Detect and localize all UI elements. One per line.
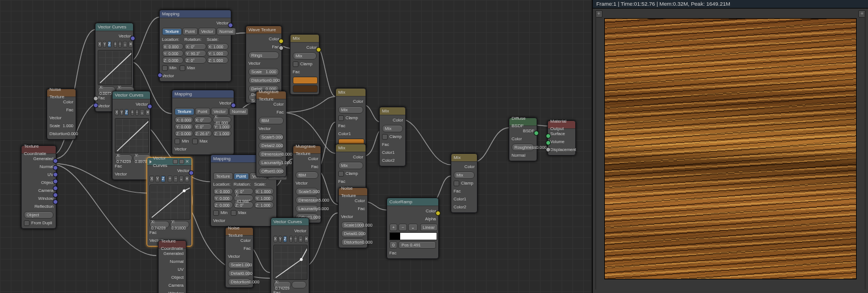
- curve-tools-btn[interactable]: ⌄: [123, 41, 127, 48]
- node-title: Mapping: [175, 90, 192, 98]
- object-field[interactable]: Object: [24, 211, 53, 219]
- min-check[interactable]: [162, 65, 168, 71]
- node-noise-texture-3[interactable]: Noise Texture Color Fac Vector Scale1000…: [338, 187, 368, 248]
- node-title: Vector Curves: [98, 23, 126, 31]
- curve-editor[interactable]: [115, 118, 149, 153]
- node-vector-curves-4[interactable]: Vector Curves Vector XYZ+−⌄✕ X: 0.74209 …: [271, 217, 309, 293]
- node-mix-5[interactable]: Mix Color Mix Clamp Fac Color1 Color2: [451, 153, 477, 213]
- right-scroll[interactable]: [865, 11, 866, 290]
- svg-point-0: [183, 190, 186, 192]
- max-check[interactable]: [180, 65, 185, 71]
- zoom-out-btn[interactable]: −: [118, 41, 122, 48]
- blend-mode-dropdown[interactable]: Mix: [293, 52, 317, 60]
- node-vector-curves-3[interactable]: Vector Curves ✕ Vector X Y Z + − ⌄ ✕ X: …: [147, 157, 192, 246]
- render-panel: Frame:1 | Time:01:52.76 | Mem:0.32M, Pea…: [592, 0, 868, 293]
- node-musgrave-1[interactable]: Musgrave Texture Color Fac fBM Vector Sc…: [256, 91, 286, 177]
- rendered-wood-texture: [605, 19, 856, 279]
- from-dupli-check[interactable]: [24, 220, 30, 226]
- ramp-interp[interactable]: Linear: [420, 224, 438, 231]
- curve-editor[interactable]: [149, 185, 190, 220]
- node-texture-coordinate-1[interactable]: Texture Coordinate Generated Normal UV O…: [21, 145, 56, 229]
- node-header[interactable]: Vector Curves ✕: [147, 158, 192, 166]
- node-title: Musgrave Texture: [259, 88, 284, 103]
- node-title: Noise Texture: [49, 86, 73, 101]
- wave-type-dropdown[interactable]: Rings: [248, 52, 279, 59]
- node-header[interactable]: Vector Curves: [113, 91, 150, 99]
- render-status-bar: Frame:1 | Time:01:52.76 | Mem:0.32M, Pea…: [593, 0, 868, 9]
- node-mix-4[interactable]: Mix Color Mix Clamp Fac Color1 Color2: [379, 107, 406, 166]
- node-noise-texture-small[interactable]: Noise Texture Color Fac Vector Scale1.00…: [47, 89, 76, 140]
- node-diffuse-bsdf[interactable]: Diffuse BSDF BSDF Color Roughness0.000 N…: [509, 118, 537, 161]
- ramp-add-btn[interactable]: +: [389, 224, 397, 231]
- ramp-del-btn[interactable]: −: [398, 224, 406, 231]
- color1-swatch[interactable]: [293, 77, 318, 84]
- node-mapping-1[interactable]: Mapping Vector Texture Point Vector Norm…: [159, 10, 231, 82]
- node-title: Wave Texture: [248, 26, 276, 34]
- opt-icon[interactable]: [179, 159, 184, 164]
- delete-point-btn[interactable]: ✕: [128, 41, 133, 48]
- close-icon[interactable]: ✕: [185, 160, 189, 164]
- node-mix-2[interactable]: Mix Color Mix Clamp Fac Color1: [335, 88, 366, 148]
- ramp-flip-btn[interactable]: ⌄: [408, 224, 418, 231]
- collapse-icon[interactable]: [149, 160, 152, 164]
- color2-swatch[interactable]: [293, 85, 318, 93]
- node-vector-curves-2[interactable]: Vector Curves Vector X Y Z + − ⌄ ✕ X: 0.…: [112, 91, 151, 180]
- svg-point-1: [300, 258, 303, 261]
- curve-x-tab[interactable]: X: [98, 41, 102, 48]
- node-title: Texture Coordinate: [24, 143, 53, 157]
- zoom-in-btn[interactable]: +: [114, 41, 117, 48]
- curve-editor[interactable]: [98, 50, 132, 85]
- node-noise-texture-2[interactable]: Noise Texture Color Fac Vector Scale1.00…: [225, 227, 254, 288]
- curve-z-tab[interactable]: Z: [107, 41, 111, 48]
- render-result-view[interactable]: [604, 18, 857, 279]
- node-header[interactable]: Vector Curves: [95, 23, 133, 31]
- node-title: Musgrave Texture: [296, 143, 318, 157]
- left-scroll[interactable]: [595, 11, 596, 290]
- node-title: Mapping: [162, 10, 180, 18]
- node-mix-1[interactable]: Mix Color Mix Clamp Fac: [290, 34, 319, 95]
- color-ramp-gradient[interactable]: [389, 232, 437, 240]
- mapping-type-tabs: Texture Point Vector Normal: [162, 28, 229, 35]
- node-header[interactable]: Texture Coordinate: [22, 146, 56, 154]
- tab-normal[interactable]: Normal: [217, 28, 236, 35]
- node-editor-canvas[interactable]: Texture Coordinate Generated Normal UV O…: [0, 0, 591, 293]
- node-texture-coordinate-2[interactable]: Texture Coordinate Generated Normal UV O…: [158, 240, 186, 293]
- node-musgrave-2[interactable]: Musgrave Texture Color Fac fBM Vector Sc…: [293, 145, 321, 223]
- tab-vector[interactable]: Vector: [198, 28, 216, 35]
- node-title: Vector Curves: [153, 154, 173, 169]
- curve-y-tab[interactable]: Y: [103, 41, 107, 48]
- pin-icon[interactable]: [173, 159, 178, 164]
- node-material-output[interactable]: Material Output Surface Volume Displacem…: [547, 120, 576, 156]
- node-mapping-2[interactable]: Mapping Vector Texture Point Vector Norm…: [172, 90, 234, 155]
- node-color-ramp[interactable]: ColorRamp Color Alpha + − ⌄ Linear 0 Pos…: [387, 198, 439, 259]
- node-title: Mapping: [213, 155, 231, 162]
- node-title: Vector Curves: [273, 218, 302, 225]
- tab-texture[interactable]: Texture: [162, 28, 182, 35]
- tab-point[interactable]: Point: [182, 28, 198, 35]
- node-header[interactable]: Noise Texture: [47, 89, 76, 97]
- node-title: Vector Curves: [115, 91, 143, 99]
- node-title: Noise Texture: [228, 224, 251, 239]
